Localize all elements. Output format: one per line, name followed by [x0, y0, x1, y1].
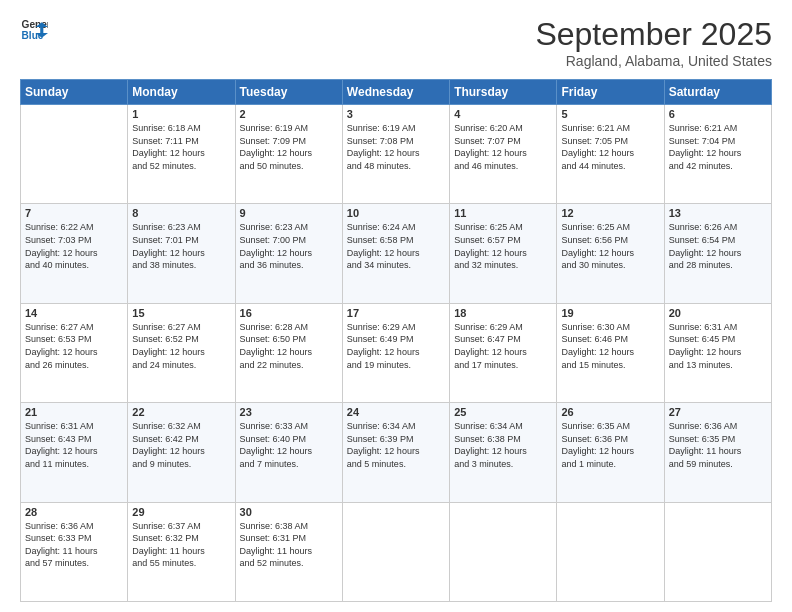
day-info: Sunrise: 6:28 AMSunset: 6:50 PMDaylight:…	[240, 321, 338, 371]
day-number: 11	[454, 207, 552, 219]
calendar-cell: 26Sunrise: 6:35 AMSunset: 6:36 PMDayligh…	[557, 403, 664, 502]
day-number: 4	[454, 108, 552, 120]
calendar-cell	[557, 502, 664, 601]
day-info: Sunrise: 6:21 AMSunset: 7:05 PMDaylight:…	[561, 122, 659, 172]
calendar-cell: 10Sunrise: 6:24 AMSunset: 6:58 PMDayligh…	[342, 204, 449, 303]
header-sunday: Sunday	[21, 80, 128, 105]
day-info: Sunrise: 6:27 AMSunset: 6:53 PMDaylight:…	[25, 321, 123, 371]
day-number: 1	[132, 108, 230, 120]
calendar-cell: 27Sunrise: 6:36 AMSunset: 6:35 PMDayligh…	[664, 403, 771, 502]
calendar-table: SundayMondayTuesdayWednesdayThursdayFrid…	[20, 79, 772, 602]
day-info: Sunrise: 6:23 AMSunset: 7:00 PMDaylight:…	[240, 221, 338, 271]
calendar-cell: 23Sunrise: 6:33 AMSunset: 6:40 PMDayligh…	[235, 403, 342, 502]
calendar-cell: 9Sunrise: 6:23 AMSunset: 7:00 PMDaylight…	[235, 204, 342, 303]
calendar-cell	[342, 502, 449, 601]
calendar-cell: 28Sunrise: 6:36 AMSunset: 6:33 PMDayligh…	[21, 502, 128, 601]
day-number: 26	[561, 406, 659, 418]
calendar-cell: 15Sunrise: 6:27 AMSunset: 6:52 PMDayligh…	[128, 303, 235, 402]
calendar-cell: 7Sunrise: 6:22 AMSunset: 7:03 PMDaylight…	[21, 204, 128, 303]
calendar-cell: 3Sunrise: 6:19 AMSunset: 7:08 PMDaylight…	[342, 105, 449, 204]
calendar-cell: 2Sunrise: 6:19 AMSunset: 7:09 PMDaylight…	[235, 105, 342, 204]
calendar-cell: 29Sunrise: 6:37 AMSunset: 6:32 PMDayligh…	[128, 502, 235, 601]
day-info: Sunrise: 6:18 AMSunset: 7:11 PMDaylight:…	[132, 122, 230, 172]
calendar-week-2: 7Sunrise: 6:22 AMSunset: 7:03 PMDaylight…	[21, 204, 772, 303]
day-number: 6	[669, 108, 767, 120]
calendar-cell: 30Sunrise: 6:38 AMSunset: 6:31 PMDayligh…	[235, 502, 342, 601]
day-number: 19	[561, 307, 659, 319]
day-info: Sunrise: 6:19 AMSunset: 7:09 PMDaylight:…	[240, 122, 338, 172]
day-info: Sunrise: 6:23 AMSunset: 7:01 PMDaylight:…	[132, 221, 230, 271]
day-number: 22	[132, 406, 230, 418]
calendar-week-3: 14Sunrise: 6:27 AMSunset: 6:53 PMDayligh…	[21, 303, 772, 402]
day-number: 23	[240, 406, 338, 418]
location: Ragland, Alabama, United States	[535, 53, 772, 69]
day-number: 30	[240, 506, 338, 518]
day-number: 28	[25, 506, 123, 518]
day-info: Sunrise: 6:27 AMSunset: 6:52 PMDaylight:…	[132, 321, 230, 371]
calendar-cell: 11Sunrise: 6:25 AMSunset: 6:57 PMDayligh…	[450, 204, 557, 303]
header-thursday: Thursday	[450, 80, 557, 105]
calendar-cell: 20Sunrise: 6:31 AMSunset: 6:45 PMDayligh…	[664, 303, 771, 402]
calendar-cell: 5Sunrise: 6:21 AMSunset: 7:05 PMDaylight…	[557, 105, 664, 204]
header-saturday: Saturday	[664, 80, 771, 105]
calendar-week-5: 28Sunrise: 6:36 AMSunset: 6:33 PMDayligh…	[21, 502, 772, 601]
title-area: September 2025 Ragland, Alabama, United …	[535, 16, 772, 69]
calendar-cell: 19Sunrise: 6:30 AMSunset: 6:46 PMDayligh…	[557, 303, 664, 402]
calendar-cell: 4Sunrise: 6:20 AMSunset: 7:07 PMDaylight…	[450, 105, 557, 204]
day-number: 27	[669, 406, 767, 418]
day-info: Sunrise: 6:19 AMSunset: 7:08 PMDaylight:…	[347, 122, 445, 172]
day-info: Sunrise: 6:29 AMSunset: 6:49 PMDaylight:…	[347, 321, 445, 371]
day-number: 25	[454, 406, 552, 418]
header-monday: Monday	[128, 80, 235, 105]
calendar-cell	[450, 502, 557, 601]
calendar-cell	[21, 105, 128, 204]
calendar-cell: 13Sunrise: 6:26 AMSunset: 6:54 PMDayligh…	[664, 204, 771, 303]
calendar-cell: 6Sunrise: 6:21 AMSunset: 7:04 PMDaylight…	[664, 105, 771, 204]
day-number: 29	[132, 506, 230, 518]
day-info: Sunrise: 6:25 AMSunset: 6:57 PMDaylight:…	[454, 221, 552, 271]
day-number: 7	[25, 207, 123, 219]
day-info: Sunrise: 6:29 AMSunset: 6:47 PMDaylight:…	[454, 321, 552, 371]
day-info: Sunrise: 6:24 AMSunset: 6:58 PMDaylight:…	[347, 221, 445, 271]
calendar-cell: 25Sunrise: 6:34 AMSunset: 6:38 PMDayligh…	[450, 403, 557, 502]
day-info: Sunrise: 6:21 AMSunset: 7:04 PMDaylight:…	[669, 122, 767, 172]
header-friday: Friday	[557, 80, 664, 105]
day-info: Sunrise: 6:35 AMSunset: 6:36 PMDaylight:…	[561, 420, 659, 470]
day-number: 13	[669, 207, 767, 219]
header: General Blue September 2025 Ragland, Ala…	[20, 16, 772, 69]
calendar-cell: 22Sunrise: 6:32 AMSunset: 6:42 PMDayligh…	[128, 403, 235, 502]
day-number: 14	[25, 307, 123, 319]
day-info: Sunrise: 6:26 AMSunset: 6:54 PMDaylight:…	[669, 221, 767, 271]
header-wednesday: Wednesday	[342, 80, 449, 105]
day-info: Sunrise: 6:32 AMSunset: 6:42 PMDaylight:…	[132, 420, 230, 470]
day-number: 18	[454, 307, 552, 319]
day-number: 24	[347, 406, 445, 418]
day-number: 9	[240, 207, 338, 219]
day-info: Sunrise: 6:38 AMSunset: 6:31 PMDaylight:…	[240, 520, 338, 570]
day-info: Sunrise: 6:31 AMSunset: 6:43 PMDaylight:…	[25, 420, 123, 470]
day-info: Sunrise: 6:34 AMSunset: 6:39 PMDaylight:…	[347, 420, 445, 470]
day-info: Sunrise: 6:31 AMSunset: 6:45 PMDaylight:…	[669, 321, 767, 371]
calendar-cell: 24Sunrise: 6:34 AMSunset: 6:39 PMDayligh…	[342, 403, 449, 502]
calendar-header-row: SundayMondayTuesdayWednesdayThursdayFrid…	[21, 80, 772, 105]
calendar-cell: 8Sunrise: 6:23 AMSunset: 7:01 PMDaylight…	[128, 204, 235, 303]
day-info: Sunrise: 6:30 AMSunset: 6:46 PMDaylight:…	[561, 321, 659, 371]
calendar-cell: 14Sunrise: 6:27 AMSunset: 6:53 PMDayligh…	[21, 303, 128, 402]
page: General Blue September 2025 Ragland, Ala…	[0, 0, 792, 612]
day-number: 3	[347, 108, 445, 120]
calendar-week-4: 21Sunrise: 6:31 AMSunset: 6:43 PMDayligh…	[21, 403, 772, 502]
calendar-cell: 1Sunrise: 6:18 AMSunset: 7:11 PMDaylight…	[128, 105, 235, 204]
day-info: Sunrise: 6:25 AMSunset: 6:56 PMDaylight:…	[561, 221, 659, 271]
calendar-cell: 21Sunrise: 6:31 AMSunset: 6:43 PMDayligh…	[21, 403, 128, 502]
day-info: Sunrise: 6:22 AMSunset: 7:03 PMDaylight:…	[25, 221, 123, 271]
day-number: 16	[240, 307, 338, 319]
logo: General Blue	[20, 16, 48, 44]
day-info: Sunrise: 6:36 AMSunset: 6:35 PMDaylight:…	[669, 420, 767, 470]
day-info: Sunrise: 6:34 AMSunset: 6:38 PMDaylight:…	[454, 420, 552, 470]
calendar-cell: 12Sunrise: 6:25 AMSunset: 6:56 PMDayligh…	[557, 204, 664, 303]
calendar-week-1: 1Sunrise: 6:18 AMSunset: 7:11 PMDaylight…	[21, 105, 772, 204]
month-title: September 2025	[535, 16, 772, 53]
day-info: Sunrise: 6:33 AMSunset: 6:40 PMDaylight:…	[240, 420, 338, 470]
day-number: 10	[347, 207, 445, 219]
day-number: 21	[25, 406, 123, 418]
